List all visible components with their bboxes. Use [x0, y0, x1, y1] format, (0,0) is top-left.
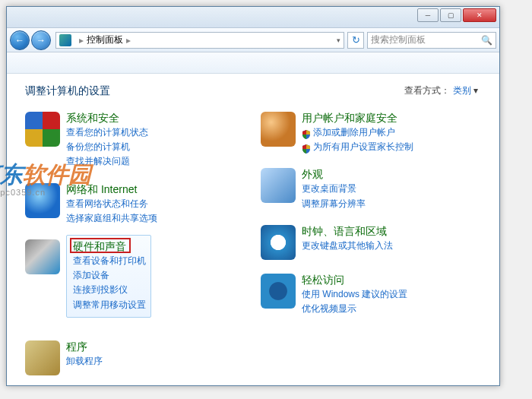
category-i-hw: 硬件和声音查看设备和打印机添加设备连接到投影仪调整常用移动设置 — [25, 239, 245, 327]
category-column-right: 用户帐户和家庭安全添加或删除用户帐户为所有用户设置家长控制外观更改桌面背景调整屏… — [261, 112, 481, 385]
breadcrumb-separator: ▸ — [79, 35, 84, 46]
shield-icon — [302, 128, 311, 138]
category-title[interactable]: 硬件和声音 — [73, 240, 146, 254]
address-bar[interactable]: ▸ 控制面板 ▸ ▾ — [55, 32, 344, 49]
shield-icon — [302, 143, 311, 152]
category-title[interactable]: 系统和安全 — [66, 112, 148, 125]
forward-button[interactable]: → — [31, 30, 51, 50]
category-i-clock: 时钟、语言和区域更改键盘或其他输入法 — [261, 225, 481, 260]
category-title[interactable]: 时钟、语言和区域 — [302, 225, 393, 239]
category-link[interactable]: 更改键盘或其他输入法 — [302, 239, 393, 253]
i-user-icon — [261, 112, 296, 147]
category-link[interactable]: 添加设备 — [73, 268, 109, 283]
view-mode-value[interactable]: 类别 — [453, 85, 471, 96]
category-link[interactable]: 添加或删除用户帐户 — [313, 125, 395, 140]
navigation-bar: ← → ▸ 控制面板 ▸ ▾ ↻ 搜索控制面板 🔍 — [7, 28, 499, 52]
breadcrumb-location[interactable]: 控制面板 — [87, 33, 123, 46]
category-link[interactable]: 查看您的计算机状态 — [66, 125, 148, 140]
i-clock-icon — [261, 225, 296, 260]
category-title[interactable]: 用户帐户和家庭安全 — [302, 112, 413, 125]
category-title[interactable]: 程序 — [66, 340, 103, 354]
category-i-app: 外观更改桌面背景调整屏幕分辨率 — [261, 168, 481, 211]
category-link[interactable]: 连接到投影仪 — [73, 283, 128, 297]
category-i-ease: 轻松访问使用 Windows 建议的设置优化视频显示 — [261, 274, 481, 316]
view-mode: 查看方式： 类别 ▾ — [404, 84, 478, 97]
refresh-button[interactable]: ↻ — [347, 32, 364, 49]
content-area: 调整计算机的设置 查看方式： 类别 ▾ 系统和安全查看您的计算机状态备份您的计算… — [7, 74, 499, 385]
category-i-net: 网络和 Internet查看网络状态和任务选择家庭组和共享选项 — [25, 183, 245, 226]
breadcrumb-separator[interactable]: ▸ — [126, 35, 131, 46]
highlight-box — [70, 238, 131, 253]
category-link[interactable]: 调整屏幕分辨率 — [302, 197, 366, 211]
search-icon: 🔍 — [481, 35, 492, 46]
category-title[interactable]: 外观 — [302, 168, 366, 182]
control-panel-window: ─ ▢ ✕ ← → ▸ 控制面板 ▸ ▾ ↻ 搜索控制面板 🔍 调整计算机的设置… — [6, 6, 500, 386]
category-link[interactable]: 优化视频显示 — [302, 302, 356, 316]
selected-category-box: 硬件和声音查看设备和打印机添加设备连接到投影仪调整常用移动设置 — [66, 235, 151, 318]
category-i-user: 用户帐户和家庭安全添加或删除用户帐户为所有用户设置家长控制 — [261, 112, 481, 154]
i-sec-icon — [25, 112, 60, 147]
search-placeholder: 搜索控制面板 — [371, 33, 426, 46]
view-mode-label: 查看方式： — [404, 85, 450, 96]
category-i-prog: 程序卸载程序 — [25, 340, 245, 375]
category-title[interactable]: 轻松访问 — [302, 274, 407, 287]
back-button[interactable]: ← — [10, 30, 30, 50]
search-input[interactable]: 搜索控制面板 🔍 — [367, 32, 496, 49]
category-link[interactable]: 卸载程序 — [66, 354, 103, 369]
i-app-icon — [261, 168, 296, 203]
category-link[interactable]: 选择家庭组和共享选项 — [66, 211, 157, 226]
category-link[interactable]: 查看网络状态和任务 — [66, 197, 148, 211]
titlebar: ─ ▢ ✕ — [7, 7, 499, 28]
category-link[interactable]: 使用 Windows 建议的设置 — [302, 287, 407, 302]
i-ease-icon — [261, 274, 296, 309]
i-net-icon — [25, 183, 60, 218]
category-link[interactable]: 调整常用移动设置 — [73, 298, 146, 312]
category-i-sec: 系统和安全查看您的计算机状态备份您的计算机查找并解决问题 — [25, 112, 245, 169]
category-link[interactable]: 更改桌面背景 — [302, 182, 356, 196]
category-column-left: 系统和安全查看您的计算机状态备份您的计算机查找并解决问题网络和 Internet… — [25, 112, 245, 385]
category-link[interactable]: 查看设备和打印机 — [73, 254, 146, 268]
i-prog-icon — [25, 340, 60, 375]
close-button[interactable]: ✕ — [463, 8, 496, 22]
minimize-button[interactable]: ─ — [417, 8, 439, 22]
category-title[interactable]: 网络和 Internet — [66, 183, 157, 197]
chevron-down-icon[interactable]: ▾ — [473, 85, 478, 96]
toolbar — [7, 52, 499, 74]
category-link[interactable]: 备份您的计算机 — [66, 140, 130, 154]
category-link[interactable]: 为所有用户设置家长控制 — [313, 140, 413, 154]
category-link[interactable]: 查找并解决问题 — [66, 154, 130, 169]
address-dropdown-icon[interactable]: ▾ — [337, 36, 340, 44]
i-hw-icon — [25, 239, 60, 274]
control-panel-icon — [59, 34, 71, 46]
maximize-button[interactable]: ▢ — [440, 8, 461, 22]
